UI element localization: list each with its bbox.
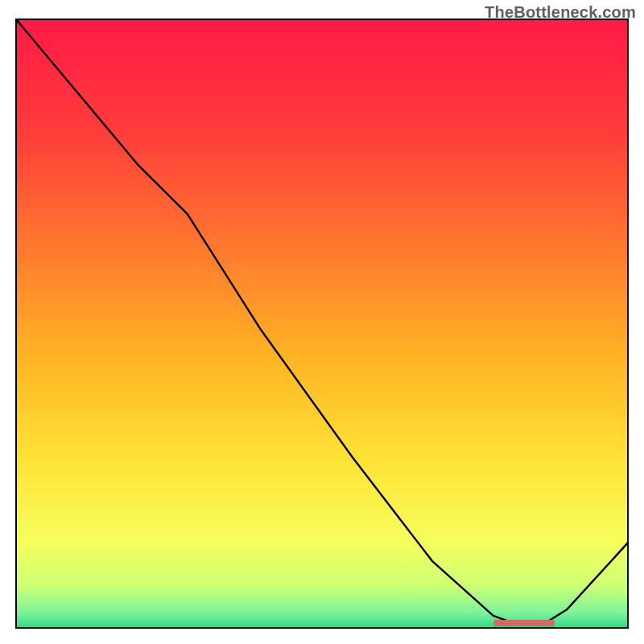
chart-marker — [493, 620, 555, 626]
chart-background — [16, 19, 628, 628]
bottleneck-chart — [0, 0, 644, 644]
chart-container: TheBottleneck.com — [0, 0, 644, 644]
